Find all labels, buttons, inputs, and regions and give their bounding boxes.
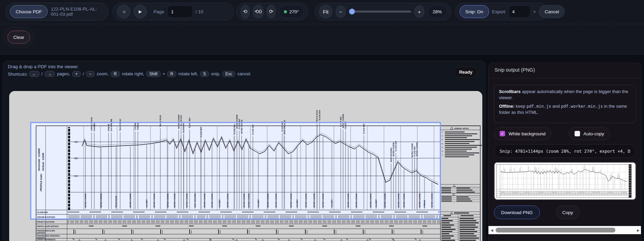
shortcut-text: zoom, [97,71,109,76]
kbd-key: Shift [146,71,161,77]
tip-offline: Offline: keep pdf.min.js and pdf.worker.… [499,103,631,115]
clear-button[interactable]: Clear [7,31,30,44]
export-input[interactable] [509,5,530,18]
choose-pdf-button[interactable]: Choose PDF [10,5,48,18]
snip-preview-image [495,163,635,199]
kbd-key: + [72,71,81,77]
copy-button[interactable]: Copy [556,206,580,219]
zoom-percent-badge: 28% [428,5,447,18]
zoom-percent-value: 28% [433,9,442,14]
scrollbar-thumb[interactable] [496,228,615,232]
svg-text:TRACK ROAD: TRACK ROAD [316,110,318,122]
svg-text:DISTANCE: DISTANCE [37,232,46,234]
svg-text:DISTANCE: DISTANCE [37,237,46,239]
download-png-button[interactable]: Download PNG [494,206,540,219]
shortcut-text: / [83,71,84,76]
white-background-checkbox[interactable]: ✓ White background [494,127,551,140]
scrollbar-left-arrow[interactable]: ◀ [489,226,495,234]
viewer-panel: Drag & drop a PDF into the viewer. Short… [3,61,485,241]
snip-toggle-button[interactable]: Snip: On [460,5,489,18]
tips-box: Scrollbars appear automatically when the… [494,85,636,123]
auto-copy-checkbox[interactable]: Auto-copy [569,127,610,140]
svg-text:PARTIAL SLOPE DISTANCE: PARTIAL SLOPE DISTANCE [37,226,59,227]
rotate-reset-icon: ⟲0 [255,9,262,15]
rotate-right-icon: ⟳ [269,9,273,15]
svg-text:PROGRESSIVE HORIZONTAL: PROGRESSIVE HORIZONTAL [37,235,60,237]
auto-copy-label: Auto-copy [583,131,604,136]
rotation-badge: 270° [279,5,304,18]
page-input[interactable] [167,5,193,18]
filename-label: 122-PLN-E108-PL-AL-001-03.pdf [51,6,104,17]
svg-text:7-: 7- [442,154,443,156]
cancel-button[interactable]: Cancel [539,5,565,18]
shortcuts-label: Shortcuts: [8,72,28,77]
zoom-slider-thumb[interactable] [349,9,355,15]
kbd-key: ← [29,71,39,77]
scrollbar-right-arrow[interactable]: ▶ [635,226,641,234]
status-badge: Ready [454,66,478,78]
svg-text:2-: 2- [442,135,443,137]
shortcut-text: rotate left, [178,71,198,76]
zoom-out-button[interactable]: − [336,5,346,18]
snip-preview-thumbnail [494,162,636,200]
page-total: / 10 [196,9,204,14]
page-label: Page [154,9,164,14]
export-clear-icon[interactable]: × [533,9,536,14]
file-group: Choose PDF 122-PLN-E108-PL-AL-001-03.pdf [5,3,108,20]
fit-button[interactable]: Fit [319,5,333,18]
shortcut-text: + [163,71,165,76]
next-page-icon: ▶ [139,9,142,14]
rotate-left-icon: ⟲ [243,9,247,15]
rotation-value: 270° [289,9,299,14]
content-divider [0,54,644,55]
snip-selection-rect[interactable] [31,122,440,219]
svg-text:PROJECT ELEVATION: PROJECT ELEVATION [37,221,54,223]
svg-text:PROGRESSIVE SLOPE: PROGRESSIVE SLOPE [37,230,55,232]
rotate-right-button[interactable]: ⟳ [267,5,276,18]
auto-copy-checkbox-box[interactable] [575,131,580,136]
kbd-key: → [45,71,55,77]
zoom-in-icon: + [418,9,421,15]
shortcut-text: pages, [57,71,70,76]
rotate-group: ⟲ ⟲0 ⟳ 270° [236,3,308,20]
snip-info-readout: Snip: 4781×1144px (zoom 28%, rot 270°, e… [494,144,636,158]
svg-text:1-: 1- [442,131,443,133]
svg-text:GENERAL NOTES: GENERAL NOTES [454,127,469,130]
white-background-label: White background [509,131,546,136]
kbd-key: R [111,71,120,77]
shortcuts-line: Shortcuts: ←/→pages,+/−zoom,Rrotate righ… [8,71,252,77]
zoom-in-button[interactable]: + [414,5,424,18]
fit-label: Fit [323,9,329,15]
zoom-slider[interactable] [349,11,411,13]
svg-text:4-: 4- [442,143,443,145]
svg-text:SURVEY REFERENCES: SURVEY REFERENCES [37,239,55,241]
toolbar-divider [0,24,644,24]
sidebar-title: Snip output (PNG) [495,67,535,73]
zoom-out-icon: − [339,9,342,15]
drop-hint-text: Drag & drop a PDF into the viewer. [8,64,79,69]
tip-scrollbars: Scrollbars appear automatically when the… [499,89,631,101]
zoom-group: Fit − + 28% [315,3,451,20]
export-label: Export [492,9,505,14]
kbd-key: R [167,71,176,77]
kbd-key: S [200,71,209,77]
prev-page-button[interactable]: ◀ [117,5,130,18]
rotate-reset-button[interactable]: ⟲0 [253,5,264,18]
svg-text:3-: 3- [442,139,443,140]
horizontal-scrollbar[interactable]: ◀ ▶ [488,226,641,234]
shortcut-text: cancel. [237,71,251,76]
white-background-checkbox-box[interactable]: ✓ [500,131,505,136]
shortcut-text: / [42,71,43,76]
shortcut-text: snip, [211,71,220,76]
snip-group: Snip: On Export × Cancel [455,3,548,20]
next-page-button[interactable]: ▶ [133,5,147,18]
page-nav-group: ◀ ▶ Page / 10 [112,3,234,20]
svg-text:5-: 5- [442,147,443,148]
kbd-key: Esc [222,71,235,77]
snip-output-sidebar: Snip output (PNG) Scrollbars appear auto… [488,63,641,241]
rotation-status-dot [284,10,287,13]
svg-text:6-: 6- [442,150,443,152]
shortcut-text: rotate right, [122,71,144,76]
rotate-left-button[interactable]: ⟲ [241,5,250,18]
pdf-page[interactable]: PROFILE scale:Horizontal : 1/10000Vertic… [9,91,482,241]
